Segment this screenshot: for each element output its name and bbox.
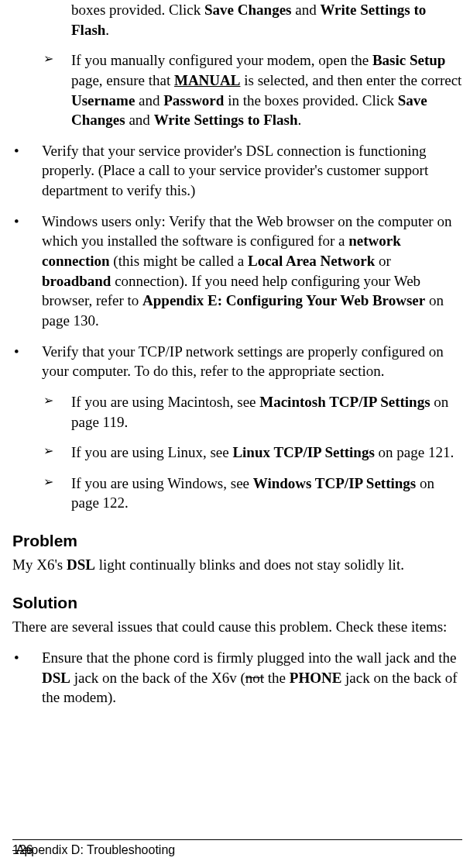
list-item: boxes provided. Click Save Changes and W… (12, 0, 462, 40)
list-item: • Ensure that the phone cord is firmly p… (12, 648, 462, 708)
list-item: • Windows users only: Verify that the We… (12, 212, 462, 331)
footer: 126Appendix D: Troubleshooting (12, 842, 175, 859)
arrow-icon: ➢ (42, 474, 71, 513)
body-text: boxes provided. Click Save Changes and W… (71, 0, 462, 40)
list-item: • Verify that your service provider's DS… (12, 141, 462, 201)
list-item: ➢ If you are using Windows, see Windows … (12, 474, 462, 513)
bullet-icon: • (12, 342, 42, 381)
body-text: Verify that your service provider's DSL … (42, 141, 462, 201)
footer-title: Appendix D: Troubleshooting (16, 843, 175, 856)
arrow-icon: ➢ (42, 443, 71, 463)
bullet-icon: • (12, 141, 42, 201)
problem-text: My X6's DSL light continually blinks and… (12, 555, 462, 575)
body-text: If you are using Macintosh, see Macintos… (71, 392, 462, 432)
bullet-icon: • (12, 212, 42, 331)
list-item: ➢ If you are using Linux, see Linux TCP/… (12, 443, 462, 463)
problem-heading: Problem (12, 530, 462, 552)
body-text: If you manually configured your modem, o… (71, 50, 462, 130)
arrow-icon: ➢ (42, 392, 71, 432)
body-text: If you are using Linux, see Linux TCP/IP… (71, 443, 462, 463)
body-text: If you are using Windows, see Windows TC… (71, 474, 462, 513)
list-item: ➢ If you manually configured your modem,… (12, 50, 462, 130)
list-item: • Verify that your TCP/IP network settin… (12, 342, 462, 381)
footer-separator (12, 839, 462, 840)
solution-intro: There are several issues that could caus… (12, 617, 462, 637)
body-text: Windows users only: Verify that the Web … (42, 212, 462, 331)
page-content: boxes provided. Click Save Changes and W… (12, 0, 462, 708)
bullet-icon: • (12, 648, 42, 708)
list-item: ➢ If you are using Macintosh, see Macint… (12, 392, 462, 432)
body-text: Ensure that the phone cord is firmly plu… (42, 648, 462, 708)
body-text: Verify that your TCP/IP network settings… (42, 342, 462, 381)
solution-heading: Solution (12, 592, 462, 614)
arrow-icon: ➢ (42, 50, 71, 130)
